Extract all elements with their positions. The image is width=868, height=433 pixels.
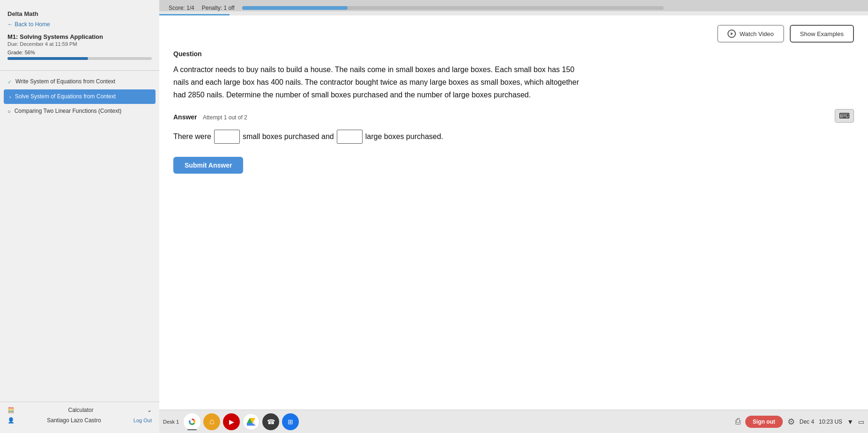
- sentence-part-3: large boxes purchased.: [365, 132, 443, 141]
- answer-sentence: There were small boxes purchased and lar…: [173, 130, 854, 144]
- sentence-part-2: small boxes purchased and: [243, 132, 334, 141]
- user-row: 👤 Santiago Lazo Castro Log Out: [7, 417, 152, 424]
- home-icon: ⌂: [209, 417, 215, 426]
- question-text: A contractor needs to buy nails to build…: [173, 63, 581, 102]
- sidebar-item-write-system[interactable]: ✓ Write System of Equations from Context: [0, 74, 159, 89]
- grade-progress-bar: [7, 57, 152, 60]
- score-text: Score: 1/4: [169, 5, 194, 11]
- youtube-taskbar-icon[interactable]: ▶: [223, 413, 240, 430]
- answer-label: Answer: [173, 113, 197, 121]
- settings-icon[interactable]: ⚙: [787, 417, 795, 427]
- penalty-text: Penalty: 1 off: [202, 5, 235, 11]
- back-to-home-link[interactable]: ← Back to Home: [7, 21, 152, 28]
- nav-items: ✓ Write System of Equations from Context…: [0, 71, 159, 402]
- svg-point-1: [191, 420, 194, 423]
- play-triangle-icon: [731, 32, 733, 35]
- screen-icon[interactable]: ⎙: [735, 417, 741, 426]
- wifi-icon: ▼: [847, 418, 853, 426]
- top-buttons: Watch Video Show Examples: [173, 25, 854, 43]
- content-area: Watch Video Show Examples Question A con…: [159, 15, 868, 410]
- user-name: Santiago Lazo Castro: [47, 417, 101, 424]
- sidebar-bottom: 🧮 Calculator ⌄ 👤 Santiago Lazo Castro Lo…: [0, 402, 159, 428]
- calculator-icon: 🧮: [7, 407, 15, 413]
- user-icon: 👤: [7, 417, 15, 424]
- circle-icon: ○: [7, 108, 11, 115]
- grade-progress-fill: [7, 57, 88, 60]
- desk-label: Desk 1: [163, 419, 179, 425]
- play-circle-icon: [727, 29, 736, 38]
- nav-item-label: Solve System of Equations from Context: [15, 93, 116, 101]
- calculator-label: Calculator: [68, 407, 93, 413]
- sidebar-top: Delta Math ← Back to Home M1: Solving Sy…: [0, 5, 159, 71]
- classroom-taskbar-icon[interactable]: ⊞: [282, 413, 299, 430]
- answer-section: Answer Attempt 1 out of 2 There were sma…: [173, 113, 854, 144]
- meet-taskbar-icon[interactable]: ☎: [262, 413, 279, 430]
- sidebar-item-comparing-linear[interactable]: ○ Comparing Two Linear Functions (Contex…: [0, 104, 159, 119]
- taskbar: Desk 1 ⌂ ▶: [159, 410, 868, 433]
- nav-item-label: Comparing Two Linear Functions (Context): [15, 108, 122, 115]
- score-progress-fill: [242, 6, 348, 10]
- app-logo: Delta Math: [7, 8, 152, 21]
- chrome-taskbar-icon[interactable]: [184, 413, 200, 430]
- time-label: 10:23 US: [819, 418, 842, 425]
- nav-item-label: Write System of Equations from Context: [15, 78, 115, 86]
- grade-label: Grade: 56%: [7, 50, 152, 55]
- submit-answer-button[interactable]: Submit Answer: [173, 157, 243, 174]
- checkmark-icon: ✓: [7, 79, 12, 85]
- watch-video-button[interactable]: Watch Video: [717, 25, 784, 43]
- calculator-row[interactable]: 🧮 Calculator ⌄: [7, 407, 152, 413]
- keyboard-icon[interactable]: ⌨: [835, 109, 854, 123]
- watch-video-label: Watch Video: [740, 30, 774, 37]
- date-label: Dec 4: [800, 418, 814, 425]
- attempt-text: Attempt 1 out of 2: [203, 114, 247, 121]
- main-content: Score: 1/4 Penalty: 1 off Watch Video Sh…: [159, 0, 868, 433]
- large-boxes-input[interactable]: [337, 130, 363, 144]
- arrow-icon: ›: [9, 94, 11, 100]
- show-examples-button[interactable]: Show Examples: [790, 25, 854, 43]
- drive-taskbar-icon[interactable]: [243, 413, 260, 430]
- question-label: Question: [173, 50, 854, 58]
- classroom-icon: ⊞: [288, 418, 293, 426]
- score-bar: Score: 1/4 Penalty: 1 off: [159, 0, 868, 11]
- calculator-chevron-icon: ⌄: [147, 407, 152, 413]
- module-title: M1: Solving Systems Application: [7, 33, 152, 40]
- home-taskbar-icon[interactable]: ⌂: [203, 413, 220, 430]
- logout-link[interactable]: Log Out: [134, 418, 152, 423]
- youtube-play-icon: ▶: [229, 418, 234, 426]
- sign-out-button[interactable]: Sign out: [745, 416, 783, 428]
- score-progress-bar: [242, 6, 664, 10]
- small-boxes-input[interactable]: [214, 130, 240, 144]
- sentence-part-1: There were: [173, 132, 211, 141]
- module-due: Due: December 4 at 11:59 PM: [7, 41, 152, 47]
- taskbar-right: ⎙ Sign out ⚙ Dec 4 10:23 US ▼ ▭: [735, 416, 864, 428]
- sidebar-item-solve-system[interactable]: › Solve System of Equations from Context: [4, 89, 156, 104]
- meet-icon: ☎: [267, 418, 275, 426]
- battery-icon: ▭: [858, 418, 864, 426]
- sidebar: Delta Math ← Back to Home M1: Solving Sy…: [0, 0, 159, 433]
